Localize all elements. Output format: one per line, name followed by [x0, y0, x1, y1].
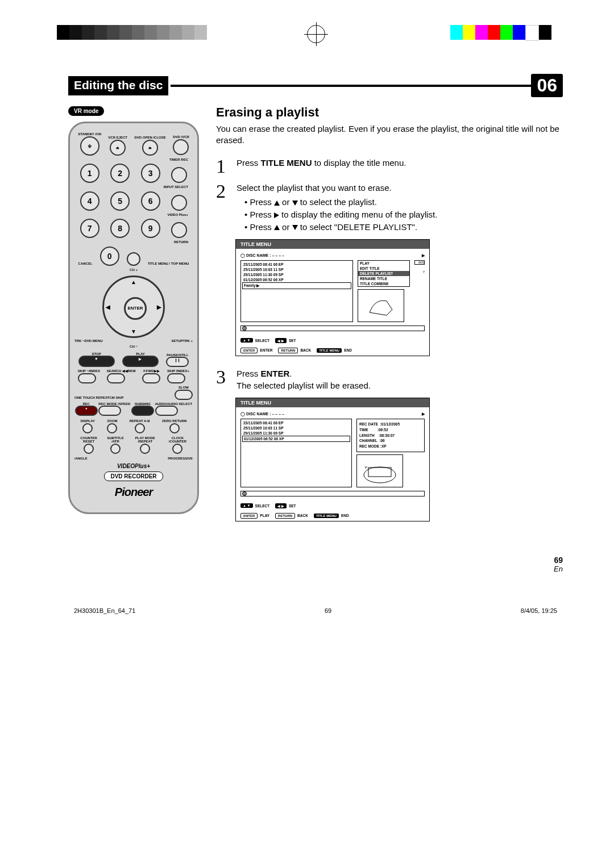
submenu-item: PLAY	[358, 261, 409, 266]
thumbnail-1	[358, 289, 404, 322]
num-6-button[interactable]: 6	[141, 191, 160, 211]
audio-label: AUDIO/AUDIO SELECT	[155, 402, 193, 406]
menu-1-nav: ▲ ▼SELECT ◀ ▶SET	[236, 336, 429, 345]
skip-prev-button[interactable]	[78, 373, 96, 383]
down-arrow-icon[interactable]: ▼	[131, 328, 136, 335]
zero-return-button[interactable]	[169, 423, 180, 433]
standby-label: STANDBY /ON	[78, 132, 101, 136]
cancel-label: CANCEL	[78, 262, 93, 266]
step-1-num: 1	[216, 157, 231, 176]
display-button[interactable]	[82, 423, 93, 433]
num-3-button[interactable]: 3	[141, 164, 160, 183]
ch-minus-label: CH −	[74, 345, 193, 349]
step-1: 1 Press TITLE MENU to display the title …	[216, 157, 563, 176]
up-triangle-icon	[274, 201, 280, 206]
dubbing-button[interactable]	[131, 406, 154, 416]
badge-005: 005	[414, 260, 425, 265]
standby-button[interactable]: ⏻	[80, 136, 99, 156]
rew-button[interactable]	[107, 373, 125, 383]
counter-reset-label: COUNTER RESET	[74, 436, 103, 444]
angle-label: /ANGLE	[74, 457, 88, 461]
print-footer: 2H30301B_En_64_71 69 8/4/05, 19:25	[68, 607, 563, 614]
dvd-vcr-label: DVD /VCR	[173, 135, 189, 139]
pause-label: PAUSE/STILL	[166, 353, 189, 357]
dpad[interactable]: ENTER ▲ ▼ ◀ ▶	[102, 276, 165, 338]
input-select-button[interactable]	[171, 195, 187, 211]
menu-1-nav-2: ENTERENTER RETURNBACK TITLE MENUEND	[236, 345, 429, 356]
enter-button[interactable]: ENTER	[124, 297, 147, 320]
dvd-recorder-label: DVD RECORDER	[104, 471, 163, 481]
timer-rec-button[interactable]	[171, 167, 187, 183]
down-triangle-icon	[292, 201, 298, 206]
num-7-button[interactable]: 7	[80, 219, 99, 238]
submenu-item: RENAME TITLE	[358, 276, 409, 281]
badge-7: 7	[414, 270, 425, 274]
clock-label: CLOCK /COUNTER	[163, 436, 193, 444]
nav-leftright-icon: ◀ ▶	[275, 338, 287, 343]
list-item: 25/11/2005 10:03 11 SP	[242, 425, 350, 431]
rec-label: REC	[75, 402, 98, 406]
num-4-button[interactable]: 4	[80, 191, 99, 211]
svg-rect-1	[368, 468, 391, 477]
subtitle-label: SUBTITLE /ATR	[103, 436, 128, 444]
thumbnail-2: P	[356, 454, 403, 487]
one-touch-label: ONE TOUCH REPEAT	[74, 396, 109, 400]
repeat-ab-button[interactable]	[135, 423, 145, 433]
counter-reset-button[interactable]	[84, 444, 94, 454]
num-0-button[interactable]: 0	[100, 247, 119, 266]
remote-control: STANDBY /ON⏻ VCR EJECT⏏ DVD OPEN /CLOSE⏏…	[68, 122, 199, 514]
return-label: RETURN	[74, 240, 193, 244]
right-arrow-icon[interactable]: ▶	[157, 304, 161, 310]
play-button[interactable]: ▶	[122, 356, 159, 367]
dvd-open-label: DVD OPEN /CLOSE	[134, 136, 165, 140]
video-plus-label: VIDEO Plus+	[74, 213, 193, 217]
step-2: 2 Select the playlist that you want to e…	[216, 182, 563, 233]
num-1-button[interactable]: 1	[80, 164, 99, 183]
video-plus-button[interactable]	[171, 222, 187, 238]
cm-skip-label: CM SKIP	[109, 396, 123, 400]
submenu-item-selected: DELETE PLAYLIST	[358, 271, 409, 276]
skip-next-button[interactable]	[167, 373, 185, 383]
rec-button[interactable]: ●	[75, 406, 98, 416]
vcr-eject-button[interactable]: ⏏	[110, 140, 126, 156]
clock-button[interactable]	[172, 444, 182, 454]
nav-updown-icon: ▲ ▼	[240, 503, 253, 508]
list-item: 23/11/2005 08:41 06 EP	[242, 420, 350, 425]
vcr-eject-label: VCR EJECT	[108, 136, 127, 140]
progressive-label: PROGRESSIVE	[168, 457, 193, 461]
rec-mode-button[interactable]	[98, 406, 121, 416]
skip-plus-label: SKIP /INDEX+	[167, 369, 189, 373]
up-arrow-icon[interactable]: ▲	[131, 279, 136, 285]
slow-button[interactable]	[175, 390, 193, 400]
play-mode-button[interactable]	[140, 444, 150, 454]
svg-text:P: P	[365, 466, 367, 469]
return-button[interactable]	[127, 252, 140, 266]
left-arrow-icon[interactable]: ◀	[106, 304, 110, 310]
dvd-open-button[interactable]: ⏏	[142, 140, 158, 156]
num-5-button[interactable]: 5	[110, 191, 130, 211]
num-9-button[interactable]: 9	[141, 219, 160, 238]
stop-button[interactable]: ■	[78, 356, 115, 367]
submenu-item: TITLE COMBINE	[358, 281, 409, 286]
input-select-label: INPUT SELECT	[74, 185, 193, 189]
fwd-button[interactable]	[142, 373, 160, 383]
title-menu-2: TITLE MENU ◯ DISC NAME : – – – –▶ 23/11/…	[235, 398, 430, 521]
num-2-button[interactable]: 2	[110, 164, 130, 183]
right-triangle-icon	[274, 212, 279, 218]
pause-button[interactable]: ❙❙	[166, 357, 189, 367]
dvd-vcr-button[interactable]	[173, 139, 189, 155]
menu-2-nav: ▲ ▼SELECT ◀ ▶SET	[236, 501, 429, 511]
list-item: 01/12/2005 06:52 06 XP	[242, 436, 350, 442]
trk-plus-label: TRK +	[182, 339, 193, 343]
list-item: 23/11/2005 08:41 06 EP	[242, 262, 351, 267]
audio-button[interactable]	[155, 406, 178, 416]
zoom-button[interactable]	[107, 423, 117, 433]
vr-mode-badge: VR mode	[68, 106, 104, 116]
article-intro: You can erase the created playlist. Even…	[216, 123, 563, 147]
rec-mode-label: REC MODE /SPEED	[98, 402, 130, 406]
list-item: Family ▶	[242, 282, 351, 289]
dvd-menu-label: DVD MENU	[85, 339, 103, 343]
submenu-1: PLAY EDIT TITLE DELETE PLAYLIST RENAME T…	[358, 260, 410, 287]
subtitle-button[interactable]	[110, 444, 121, 454]
num-8-button[interactable]: 8	[110, 219, 130, 238]
